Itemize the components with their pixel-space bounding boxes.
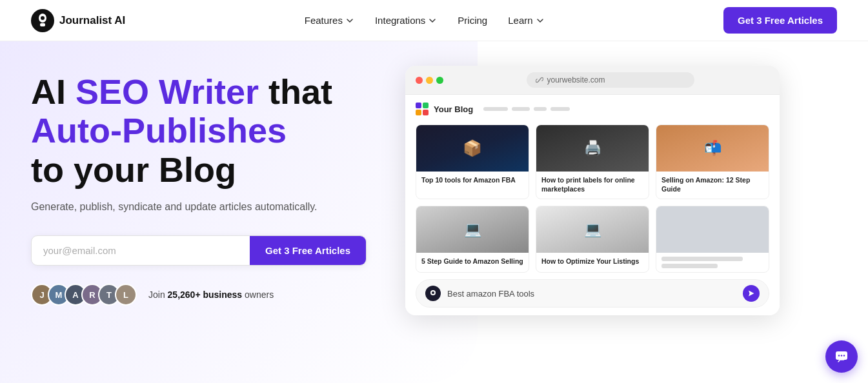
blog-nav-line	[512, 107, 530, 111]
browser-dot-yellow	[426, 77, 433, 84]
blog-nav-line	[550, 107, 570, 111]
blog-logo-sq-3	[416, 110, 421, 115]
blog-logo-sq-1	[416, 103, 421, 108]
article-card: Top 10 tools for Amazon FBA	[416, 124, 529, 199]
browser-mockup: yourwebsite.com Your Blog	[405, 66, 780, 315]
browser-url-bar[interactable]: yourwebsite.com	[527, 72, 694, 88]
browser-content: Your Blog Top 10 tools for Amazon FBA	[405, 95, 780, 315]
browser-url-text: yourwebsite.com	[547, 75, 605, 84]
navbar: Journalist AI Features Integrations Pric…	[0, 0, 868, 41]
chevron-down-icon	[428, 16, 437, 25]
article-image-printer	[536, 125, 649, 172]
bot-icon	[429, 289, 438, 298]
chat-bubble-icon	[834, 349, 849, 364]
browser-chat-bar[interactable]: Best amazon FBA tools	[416, 279, 769, 308]
article-image-amazon	[416, 125, 529, 172]
article-title: How to Optimize Your Listings	[536, 253, 649, 271]
chevron-down-icon	[536, 16, 545, 25]
blog-nav-lines	[483, 107, 570, 111]
article-title: Selling on Amazon: 12 Step Guide	[656, 172, 769, 199]
blog-nav-line	[483, 107, 508, 111]
blog-logo-sq-4	[423, 110, 429, 115]
get-articles-button[interactable]: Get 3 Free Articles	[250, 236, 366, 265]
svg-point-7	[838, 355, 840, 356]
article-image-laptop2	[536, 206, 649, 253]
blog-logo-sq-2	[423, 103, 429, 108]
social-proof-text: Join 25,260+ business owners	[148, 290, 274, 300]
article-placeholder-image	[656, 206, 769, 253]
avatar-group: J M A R T L	[31, 284, 132, 306]
nav-pricing[interactable]: Pricing	[458, 15, 487, 26]
chat-send-button[interactable]	[743, 285, 760, 302]
chat-input-text: Best amazon FBA tools	[447, 289, 736, 299]
send-icon	[747, 290, 755, 297]
main-content: AI SEO Writer that Auto-Publishes to you…	[0, 41, 868, 315]
svg-point-2	[41, 16, 45, 20]
article-placeholder-line	[661, 264, 718, 268]
article-card: How to Optimize Your Listings	[536, 206, 649, 273]
nav-features[interactable]: Features	[305, 15, 354, 26]
nav-learn[interactable]: Learn	[508, 15, 544, 26]
social-proof: J M A R T L Join 25,260+ business owners	[31, 284, 379, 306]
browser-dots	[416, 77, 443, 84]
nav-integrations[interactable]: Integrations	[375, 15, 437, 26]
article-image-delivery	[656, 125, 769, 172]
article-title: How to print labels for online marketpla…	[536, 172, 649, 199]
navbar-brand: Journalist AI	[31, 9, 125, 32]
article-title: 5 Step Guide to Amazon Selling	[416, 253, 529, 271]
blog-header: Your Blog	[416, 103, 769, 115]
browser-dot-green	[436, 77, 443, 84]
avatar: L	[115, 284, 137, 306]
browser-chat-logo	[425, 286, 441, 301]
article-image-laptop	[416, 206, 529, 253]
svg-point-9	[843, 355, 845, 356]
article-card: Selling on Amazon: 12 Step Guide	[656, 124, 769, 199]
articles-grid: Top 10 tools for Amazon FBA How to print…	[416, 124, 769, 273]
article-card-placeholder	[656, 206, 769, 273]
article-placeholder-line	[661, 257, 743, 261]
email-form: Get 3 Free Articles	[31, 235, 367, 266]
chat-bubble-button[interactable]	[825, 340, 858, 373]
chevron-down-icon	[345, 16, 354, 25]
logo-text: Journalist AI	[59, 14, 125, 27]
article-card: 5 Step Guide to Amazon Selling	[416, 206, 529, 273]
svg-point-8	[841, 355, 842, 356]
hero-subtext: Generate, publish, syndicate and update …	[31, 199, 379, 215]
browser-dot-red	[416, 77, 423, 84]
svg-rect-3	[40, 23, 45, 26]
blog-name: Your Blog	[434, 104, 473, 114]
email-input[interactable]	[32, 236, 250, 265]
link-icon	[536, 76, 543, 84]
article-title: Top 10 tools for Amazon FBA	[416, 172, 529, 190]
blog-nav-line	[534, 107, 547, 111]
article-card: How to print labels for online marketpla…	[536, 124, 649, 199]
logo-icon	[31, 9, 54, 32]
browser-bar: yourwebsite.com	[405, 66, 780, 95]
hero-section: AI SEO Writer that Auto-Publishes to you…	[31, 72, 405, 306]
navbar-nav: Features Integrations Pricing Learn	[305, 15, 545, 26]
svg-point-5	[432, 291, 434, 294]
hero-headline: AI SEO Writer that Auto-Publishes to you…	[31, 72, 379, 189]
navbar-cta-button[interactable]: Get 3 Free Articles	[723, 7, 837, 34]
blog-logo-grid	[416, 103, 429, 115]
